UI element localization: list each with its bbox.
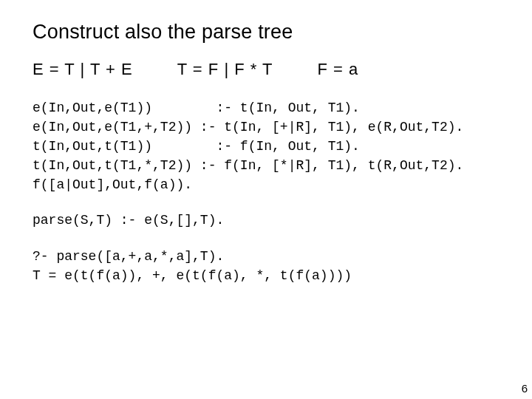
page-number: 6 — [522, 382, 528, 395]
grammar-line: E = T | T + ET = F | F * TF = a — [33, 60, 499, 79]
clause-t2: t(In,Out,t(T1,*,T2)) :- f(In, [*|R], T1)… — [33, 158, 463, 173]
clause-f: f([a|Out],Out,f(a)). — [33, 177, 192, 192]
grammar-t: T = F | F * T — [177, 60, 273, 79]
query-block: ?- parse([a,+,a,*,a],T). T = e(t(f(a)), … — [33, 247, 499, 285]
query-line: ?- parse([a,+,a,*,a],T). — [33, 249, 224, 264]
grammar-e: E = T | T + E — [33, 60, 133, 79]
prolog-clauses: e(In,Out,e(T1)) :- t(In, Out, T1). e(In,… — [33, 98, 499, 194]
clause-t1: t(In,Out,t(T1)) :- f(In, Out, T1). — [33, 139, 360, 154]
grammar-f: F = a — [317, 60, 358, 79]
result-line: T = e(t(f(a)), +, e(t(f(a), *, t(f(a)))) — [33, 268, 352, 283]
clause-e1: e(In,Out,e(T1)) :- t(In, Out, T1). — [33, 100, 360, 115]
slide-title: Construct also the parse tree — [33, 21, 499, 44]
parse-rule: parse(S,T) :- e(S,[],T). — [33, 211, 499, 230]
clause-e2: e(In,Out,e(T1,+,T2)) :- t(In, [+|R], T1)… — [33, 120, 463, 134]
